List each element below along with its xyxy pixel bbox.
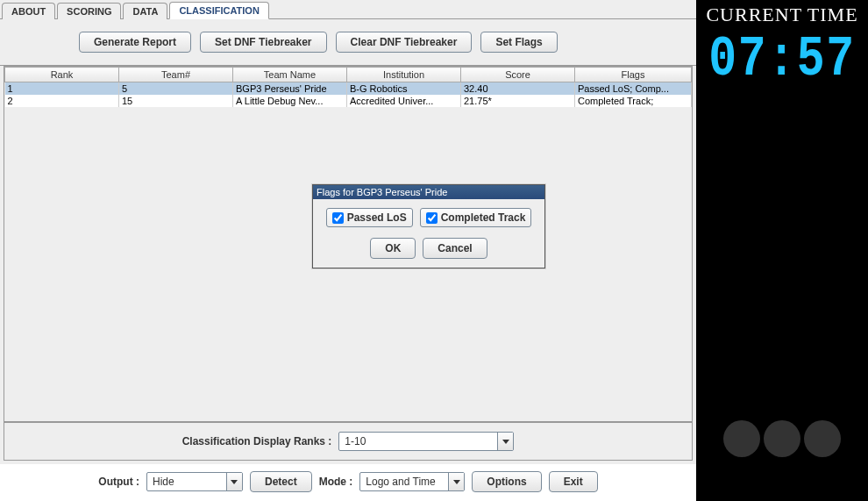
mode-select[interactable]: Logo and Time [359, 472, 465, 491]
col-team-name[interactable]: Team Name [233, 68, 347, 82]
clear-dnf-button[interactable]: Clear DNF Tiebreaker [336, 32, 473, 53]
cell-flags: Completed Track; [575, 95, 692, 107]
output-select[interactable]: Hide [146, 472, 243, 491]
classification-ranks-select[interactable]: 1-10 [338, 432, 514, 451]
cell-name: BGP3 Perseus' Pride [233, 82, 347, 96]
generate-report-button[interactable]: Generate Report [79, 32, 191, 53]
tab-about[interactable]: ABOUT [2, 3, 55, 19]
mode-value: Logo and Time [360, 476, 448, 488]
cell-rank: 2 [5, 95, 119, 107]
classification-display-row: Classification Display Ranks : 1-10 [4, 422, 693, 461]
col-score[interactable]: Score [461, 68, 575, 82]
chevron-down-icon [497, 433, 513, 450]
col-team-num[interactable]: Team# [119, 68, 233, 82]
set-flags-button[interactable]: Set Flags [480, 32, 557, 53]
light-circle-icon [723, 420, 760, 457]
classification-label: Classification Display Ranks : [182, 435, 332, 447]
cancel-button[interactable]: Cancel [423, 238, 487, 259]
cell-inst: Accredited Univer... [347, 95, 461, 107]
passed-los-input[interactable] [332, 212, 344, 224]
clock-panel: CURRENT TIME 07:57 [696, 0, 868, 501]
options-button[interactable]: Options [472, 471, 541, 492]
cell-inst: B-G Robotics [347, 82, 461, 96]
toolbar: Generate Report Set DNF Tiebreaker Clear… [0, 19, 696, 66]
chevron-down-icon [226, 473, 242, 490]
completed-track-label: Completed Track [441, 211, 526, 224]
table-row[interactable]: 2 15 A Little Debug Nev... Accredited Un… [5, 95, 692, 107]
classification-ranks-value: 1-10 [339, 435, 497, 447]
cell-score: 21.75* [461, 95, 575, 107]
mode-label: Mode : [319, 476, 353, 488]
cell-team: 5 [119, 82, 233, 96]
light-circle-icon [804, 420, 841, 457]
cell-flags: Passed LoS; Comp... [575, 82, 692, 96]
passed-los-checkbox[interactable]: Passed LoS [326, 208, 413, 227]
col-flags[interactable]: Flags [575, 68, 692, 82]
traffic-lights [723, 420, 841, 457]
tab-data[interactable]: DATA [123, 3, 167, 19]
chevron-down-icon [448, 473, 464, 490]
completed-track-input[interactable] [426, 212, 438, 224]
cell-score: 32.40 [461, 82, 575, 96]
ok-button[interactable]: OK [370, 238, 416, 259]
detect-button[interactable]: Detect [250, 471, 312, 492]
completed-track-checkbox[interactable]: Completed Track [420, 208, 532, 227]
footer-bar: Output : Hide Detect Mode : Logo and Tim… [0, 464, 696, 501]
exit-button[interactable]: Exit [549, 471, 598, 492]
clock-time: 07:57 [708, 26, 856, 98]
light-circle-icon [764, 420, 800, 457]
table-header-row: Rank Team# Team Name Institution Score F… [5, 68, 692, 82]
clock-title: CURRENT TIME [706, 0, 857, 26]
tab-classification[interactable]: CLASSIFICATION [169, 2, 268, 19]
output-value: Hide [147, 476, 226, 488]
col-institution[interactable]: Institution [347, 68, 461, 82]
flags-dialog: Flags for BGP3 Perseus' Pride Passed LoS… [312, 184, 545, 268]
tab-strip: ABOUT SCORING DATA CLASSIFICATION [0, 0, 696, 19]
cell-team: 15 [119, 95, 233, 107]
dialog-title: Flags for BGP3 Perseus' Pride [313, 185, 544, 199]
tab-scoring[interactable]: SCORING [57, 3, 121, 19]
cell-name: A Little Debug Nev... [233, 95, 347, 107]
table-row[interactable]: 1 5 BGP3 Perseus' Pride B-G Robotics 32.… [5, 82, 692, 96]
cell-rank: 1 [5, 82, 119, 96]
set-dnf-button[interactable]: Set DNF Tiebreaker [200, 32, 327, 53]
output-label: Output : [98, 476, 139, 488]
passed-los-label: Passed LoS [347, 211, 407, 224]
col-rank[interactable]: Rank [5, 68, 119, 82]
